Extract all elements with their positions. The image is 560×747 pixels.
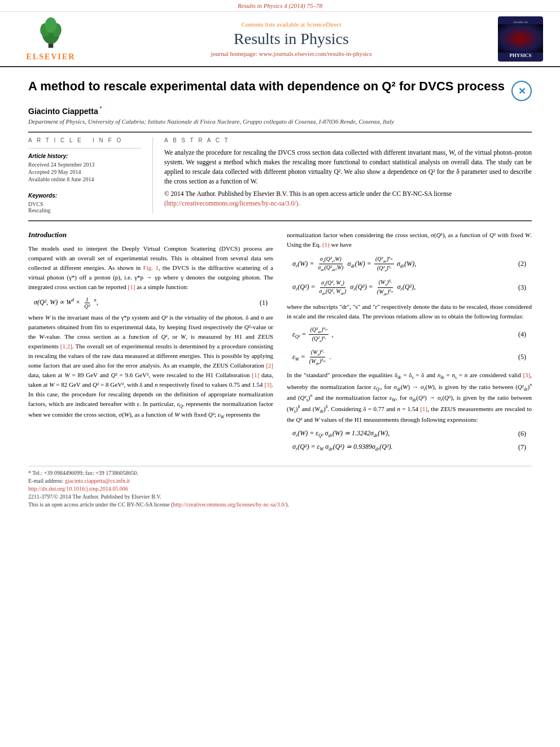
article-content: A method to rescale experimental data wi… — [0, 67, 560, 521]
eq7-formula: σr(Q²) = εW σdr(Q²) ≃ 0.9389σdr(Q²). — [292, 443, 393, 452]
body-top-divider — [28, 220, 532, 221]
physics-badge-section: results in PHYSICS — [492, 16, 549, 62]
oa-line: This is an open access article under the… — [28, 501, 532, 508]
elsevier-tree-icon — [34, 16, 68, 50]
science-direct-line: Contents lists available at ScienceDirec… — [90, 21, 492, 28]
footnote-email: E-mail address: giacinto.ciappetta@cs.in… — [28, 478, 532, 484]
eq2-fraction2: (Q²dr)ndr (Q²s)ns — [374, 255, 394, 273]
col-divider — [152, 137, 153, 213]
doi-line: http://dx.doi.org/10.1016/j.rinp.2014.05… — [28, 486, 532, 492]
eq4-number: (4) — [518, 330, 526, 339]
page: Results in Physics 4 (2014) 75–78 ELSEVI… — [0, 0, 560, 747]
eq5-formula: εW = (Ws)δs (Wdr)δdr . — [292, 348, 331, 366]
elsevier-logo: ELSEVIER — [27, 16, 76, 62]
info-abstract-section: A R T I C L E I N F O Article history: R… — [28, 137, 532, 213]
keywords-heading: Keywords: — [28, 193, 141, 199]
ref12[interactable]: [1,2] — [60, 343, 72, 350]
right-para3: In the "standard" procedure the equaliti… — [287, 370, 532, 425]
eq1-formula: σ(Q², W) ∝ Wδ × 1 Q² n, — [34, 296, 98, 309]
physics-badge: results in PHYSICS — [498, 16, 543, 62]
ref3b[interactable]: [3] — [523, 372, 530, 378]
received-date: Received 24 September 2013 — [28, 161, 141, 168]
header-divider — [28, 132, 532, 133]
badge-main-text: PHYSICS — [509, 53, 531, 59]
ref2[interactable]: [2] — [266, 362, 273, 369]
equation-3: σr(Q²) = σs(Q², Ws) σdr(Q², Wdr) σr(Q²) … — [287, 278, 532, 296]
eq4-formula: εQ² = (Q²dr)ndr (Q²s)ns , — [292, 326, 333, 344]
ref1c[interactable]: [1] — [420, 405, 427, 412]
email-link[interactable]: giacinto.ciappetta@cs.infn.it — [65, 478, 130, 484]
ref3[interactable]: [3] — [264, 381, 272, 388]
eq1-fraction: 1 Q² — [83, 296, 91, 309]
eq2-formula: σr(W) = σs(Q²s,W) σdr(Q²dr,W) σdr(W) = (… — [292, 255, 416, 273]
eq6-number: (6) — [518, 430, 526, 438]
journal-header: ELSEVIER Contents lists available at Sci… — [0, 12, 560, 67]
right-para1: normalization factor when considering th… — [287, 230, 532, 250]
footnote-tel: * Tel.: +39 0984496099; fax: +39 1738605… — [28, 470, 532, 476]
eq6-formula: σr(W) = εQ² σdr(W) ≃ 1.3242σdr(W), — [292, 429, 390, 438]
publisher-logo-section: ELSEVIER — [11, 16, 90, 62]
ref1[interactable]: [1] — [128, 283, 135, 290]
article-info-col: A R T I C L E I N F O Article history: R… — [28, 137, 141, 213]
badge-top-text: results in — [513, 20, 527, 24]
badge-image — [498, 24, 543, 53]
equation-2: σr(W) = σs(Q²s,W) σdr(Q²dr,W) σdr(W) = (… — [287, 255, 532, 273]
article-title: A method to rescale experimental data wi… — [28, 78, 505, 95]
intro-para2: where W is the invariant mass of the γ*p… — [28, 313, 273, 421]
intro-heading: Introduction — [28, 230, 273, 239]
eq5-fraction: (Ws)δs (Wdr)δdr — [308, 348, 327, 366]
top-bar: Results in Physics 4 (2014) 75–78 — [0, 0, 560, 12]
article-info-heading: A R T I C L E I N F O — [28, 137, 141, 143]
abstract-text: We analyze the procedure for rescaling t… — [164, 148, 532, 209]
ref1b[interactable]: [1] — [252, 372, 259, 378]
footnote-section: * Tel.: +39 0984496099; fax: +39 1738605… — [28, 466, 532, 508]
info-divider — [28, 148, 141, 148]
accepted-date: Accepted 29 May 2014 — [28, 169, 141, 175]
fig1-ref[interactable]: Fig. 1 — [143, 264, 159, 271]
eq5-number: (5) — [518, 353, 526, 361]
right-para2: where the subscripts "dr", "s" and "r" r… — [287, 302, 532, 321]
homepage-url[interactable]: www.journals.elsevier.com/results-in-phy… — [259, 50, 371, 57]
eq3-formula: σr(Q²) = σs(Q², Ws) σdr(Q², Wdr) σr(Q²) … — [292, 278, 415, 296]
eq1-ref[interactable]: (1) — [322, 241, 330, 248]
eq3-fraction2: (Ws)δs (Wdr)δdr — [376, 278, 395, 296]
eq3-fraction1: σs(Q², Ws) σdr(Q², Wdr) — [318, 279, 348, 296]
history-heading: Article history: — [28, 153, 141, 159]
equation-4: εQ² = (Q²dr)ndr (Q²s)ns , (4) — [287, 326, 532, 344]
keyword-rescaling: Rescaling — [28, 207, 141, 213]
keyword-dvcs: DVCS — [28, 201, 141, 207]
eq4-fraction: (Q²dr)ndr (Q²s)ns — [309, 326, 329, 344]
right-col: normalization factor when considering th… — [287, 230, 532, 457]
author-asterisk: * — [98, 106, 102, 112]
journal-homepage: journal homepage: www.journals.elsevier.… — [90, 50, 492, 57]
online-date: Available online 8 June 2014 — [28, 176, 141, 182]
science-direct-link-text[interactable]: ScienceDirect — [307, 21, 342, 28]
affiliation: Department of Physics, University of Cal… — [28, 118, 532, 125]
author-name: Giacinto Ciappetta * — [28, 106, 532, 116]
issn-line: 2211-3797/© 2014 The Author. Published b… — [28, 493, 532, 500]
eq3-number: (3) — [518, 283, 526, 292]
oa-link[interactable]: http://creativecommons.org/licenses/by-n… — [173, 501, 286, 508]
equation-1: σ(Q², W) ∝ Wδ × 1 Q² n, (1) — [28, 296, 273, 309]
crossmark-badge[interactable]: ✕ — [511, 81, 532, 101]
eq2-fraction1: σs(Q²s,W) σdr(Q²dr,W) — [317, 256, 344, 272]
journal-main-title: Results in Physics — [90, 30, 492, 48]
eq7-number: (7) — [518, 443, 526, 452]
eq1-number: (1) — [260, 299, 268, 307]
doi-link[interactable]: http://dx.doi.org/10.1016/j.rinp.2014.05… — [28, 486, 128, 492]
title-section: A method to rescale experimental data wi… — [28, 78, 532, 101]
abstract-col: A B S T R A C T We analyze the procedure… — [164, 137, 532, 213]
svg-point-4 — [45, 18, 57, 33]
equation-6: σr(W) = εQ² σdr(W) ≃ 1.3242σdr(W), (6) — [287, 429, 532, 438]
equation-7: σr(Q²) = εW σdr(Q²) ≃ 0.9389σdr(Q²). (7) — [287, 443, 532, 452]
eq2-number: (2) — [518, 260, 526, 268]
elsevier-text: ELSEVIER — [27, 53, 76, 62]
journal-citation: Results in Physics 4 (2014) 75–78 — [238, 2, 322, 9]
equation-5: εW = (Ws)δs (Wdr)δdr . (5) — [287, 348, 532, 366]
body-two-col: Introduction The models used to interpre… — [28, 230, 532, 457]
left-col: Introduction The models used to interpre… — [28, 230, 273, 457]
abstract-heading: A B S T R A C T — [164, 137, 532, 143]
journal-title-section: Contents lists available at ScienceDirec… — [90, 21, 492, 57]
intro-para1: The models used to interpret the Deeply … — [28, 244, 273, 292]
cc-link[interactable]: (http://creativecommons.org/licenses/by-… — [164, 200, 300, 207]
